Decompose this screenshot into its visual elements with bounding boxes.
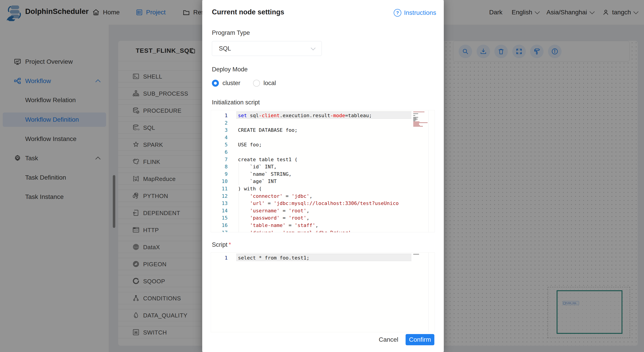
code-line: set sql-client.execution.result-mode=tab… xyxy=(238,112,399,119)
program-type-select[interactable]: SQL xyxy=(212,41,322,56)
line-number: 6 xyxy=(211,148,228,156)
code-line: 'connector' = 'jdbc', xyxy=(238,192,399,200)
line-number: 15 xyxy=(211,214,228,222)
line-number: 10 xyxy=(211,178,228,185)
required-asterisk: * xyxy=(229,241,231,248)
confirm-button[interactable]: Confirm xyxy=(406,334,434,345)
line-number: 3 xyxy=(211,126,228,134)
radio-local-label[interactable]: local xyxy=(264,80,276,87)
code-line: `id` INT, xyxy=(238,163,399,170)
radio-cluster[interactable] xyxy=(212,80,219,87)
editor-scrollbar-divider xyxy=(428,253,429,332)
init-script-label: Initialization script xyxy=(212,99,260,106)
code-line: 'table-name' = 'staff', xyxy=(238,222,399,229)
code-line: CREATE DATABASE foo; xyxy=(238,126,399,134)
init-script-editor[interactable]: 1set sql-client.execution.result-mode=ta… xyxy=(211,110,435,232)
code-line: `name` STRING, xyxy=(238,170,399,178)
program-type-label: Program Type xyxy=(212,29,250,36)
code-line: 'username' = 'root', xyxy=(238,207,399,214)
line-number: 13 xyxy=(211,200,228,207)
code-line: USE foo; xyxy=(238,141,399,148)
line-number: 5 xyxy=(211,141,228,148)
code-line: create table test1 ( xyxy=(238,156,399,163)
deploy-mode-radio-group: cluster local xyxy=(212,79,288,87)
program-type-value: SQL xyxy=(219,45,231,52)
modal-title: Current node settings xyxy=(212,8,284,16)
app-screen: DolphinScheduler Home Project xyxy=(0,0,644,352)
chevron-down-icon xyxy=(311,45,316,50)
line-number: 11 xyxy=(211,185,228,192)
code-line: 'url' = 'jdbc:mysql://localhost:3306/tes… xyxy=(238,200,399,207)
editor-scrollbar-divider xyxy=(428,110,429,232)
line-number: 2 xyxy=(211,119,228,127)
node-settings-modal: Current node settings ? Instructions Pro… xyxy=(202,0,444,352)
line-number: 7 xyxy=(211,156,228,163)
line-number: 1 xyxy=(211,254,228,262)
code-line: `age` INT xyxy=(238,178,399,185)
code-line: ) with ( xyxy=(238,185,399,192)
line-number: 14 xyxy=(211,207,228,214)
code-line: 'password' = 'root', xyxy=(238,214,399,222)
radio-local[interactable] xyxy=(253,80,260,87)
line-number: 9 xyxy=(211,170,228,178)
code-line: 'driver' = 'com.mysql.jdbc.Driver', xyxy=(238,229,399,232)
script-label: Script* xyxy=(212,241,231,248)
question-circle-icon: ? xyxy=(394,9,401,16)
radio-cluster-label[interactable]: cluster xyxy=(222,80,240,87)
script-editor[interactable]: 1select * from foo.test1; xyxy=(211,252,435,332)
instructions-link[interactable]: ? Instructions xyxy=(394,9,436,16)
line-number: 17 xyxy=(211,229,228,232)
deploy-mode-label: Deploy Mode xyxy=(212,66,248,73)
line-number: 12 xyxy=(211,192,228,200)
cancel-button[interactable]: Cancel xyxy=(375,334,402,345)
line-number: 8 xyxy=(211,163,228,170)
code-line: select * from foo.test1; xyxy=(238,254,399,262)
line-number: 16 xyxy=(211,222,228,229)
line-number: 4 xyxy=(211,134,228,141)
line-number: 1 xyxy=(211,112,228,119)
